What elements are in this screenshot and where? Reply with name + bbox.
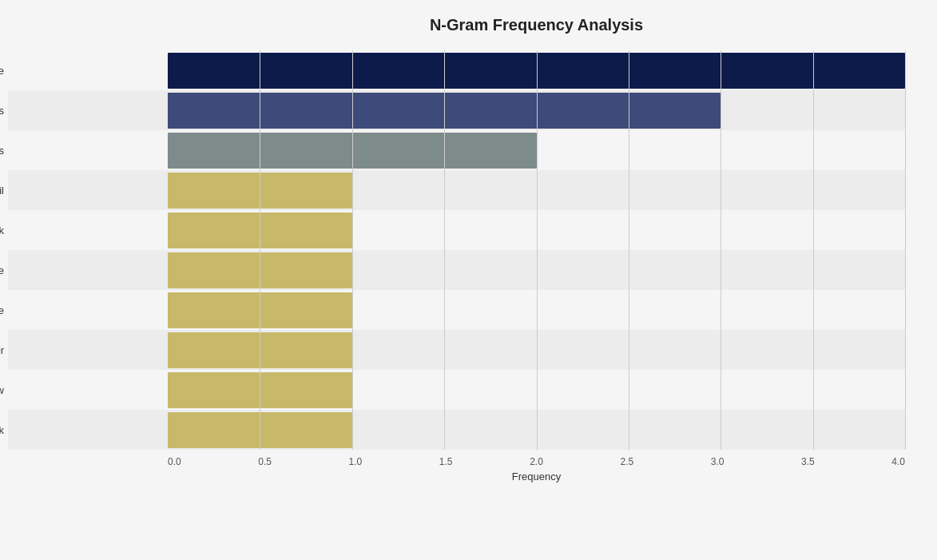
- x-tick: 2.5: [620, 456, 633, 467]
- bar-track: [168, 412, 905, 448]
- bar-row: ebook detail paperback: [8, 210, 905, 250]
- bar-label: hash ebook detail: [0, 185, 4, 197]
- bar-track: [168, 173, 905, 209]
- bar: [168, 53, 905, 89]
- bar-track: [168, 252, 905, 288]
- bar-row: hash ebook detail: [8, 170, 905, 210]
- bar-row: detail paperback page: [8, 250, 905, 290]
- bar: [168, 212, 352, 248]
- bar-row: paperback page page: [8, 290, 905, 330]
- bar-label: ebook detail paperback: [0, 224, 4, 236]
- bar-track: [168, 93, 905, 129]
- x-tick: 1.0: [349, 456, 363, 467]
- x-tick: 4.0: [891, 456, 905, 467]
- bar-label: endpoint detection response: [0, 65, 4, 77]
- x-axis: 0.00.51.01.52.02.53.03.54.0: [168, 450, 905, 467]
- bar-row: page publisher wow: [8, 370, 905, 410]
- x-tick: 1.5: [439, 456, 453, 467]
- bar: [168, 292, 352, 328]
- bar-label: paperback page page: [0, 304, 4, 316]
- bar: [168, 332, 352, 368]
- bar-track: [168, 133, 905, 169]
- x-tick: 2.0: [530, 456, 543, 467]
- chart-container: N-Gram Frequency Analysis endpoint detec…: [0, 0, 937, 560]
- rows-wrapper: endpoint detection responsedetection res…: [8, 50, 905, 450]
- bar-track: [168, 53, 905, 89]
- x-tick: 0.5: [258, 456, 272, 467]
- bar-row: endpoint detection response: [8, 50, 905, 90]
- bar-track: [168, 332, 905, 368]
- bar-label: publisher wow ebook: [0, 424, 4, 436]
- x-tick: 3.0: [711, 456, 725, 467]
- bar: [168, 372, 352, 408]
- chart-area: endpoint detection responsedetection res…: [8, 50, 905, 483]
- x-axis-label: Frequency: [168, 471, 905, 483]
- chart-title: N-Gram Frequency Analysis: [8, 16, 905, 34]
- bar-label: page page publisher: [0, 344, 4, 356]
- x-tick: 3.5: [801, 456, 815, 467]
- bar-row: detection response essentials: [8, 90, 905, 130]
- bar-label: page publisher wow: [0, 384, 4, 396]
- bar: [168, 173, 352, 209]
- bar-track: [168, 292, 905, 328]
- bar-row: page page publisher: [8, 330, 905, 370]
- bar: [168, 412, 352, 448]
- grid-line: [905, 50, 906, 450]
- bar-row: endpoint harden techniques: [8, 130, 905, 170]
- bar: [168, 252, 352, 288]
- bar-label: endpoint harden techniques: [0, 145, 4, 157]
- bar-label: detection response essentials: [0, 105, 4, 117]
- bar-label: detail paperback page: [0, 264, 4, 276]
- bar-row: publisher wow ebook: [8, 410, 905, 450]
- bar-track: [168, 212, 905, 248]
- bar: [168, 133, 537, 169]
- bar-track: [168, 372, 905, 408]
- x-tick: 0.0: [168, 456, 181, 467]
- bar: [168, 93, 721, 129]
